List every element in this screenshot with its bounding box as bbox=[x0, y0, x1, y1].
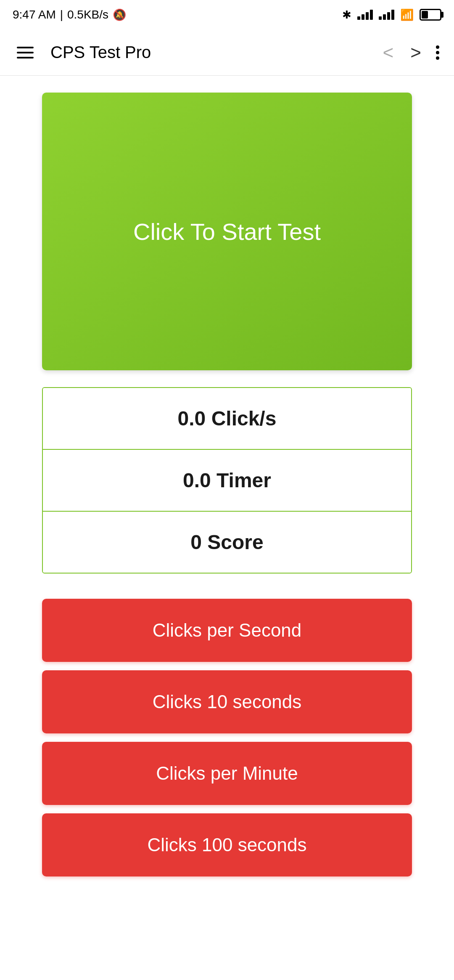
nav-actions: < > bbox=[379, 41, 441, 64]
time-display: 9:47 AM bbox=[13, 8, 56, 21]
status-bar-right: ✱ 📶 bbox=[342, 8, 441, 21]
signal-bars-2 bbox=[379, 10, 394, 20]
score-value: 0 Score bbox=[190, 531, 263, 554]
mode-buttons-container: Clicks per Second Clicks 10 seconds Clic… bbox=[42, 599, 412, 876]
clicks-per-minute-button[interactable]: Clicks per Minute bbox=[42, 742, 412, 805]
forward-button[interactable]: > bbox=[406, 41, 425, 64]
signal-bars-1 bbox=[357, 10, 373, 20]
battery-fill bbox=[422, 11, 428, 19]
click-area-label: Click To Start Test bbox=[133, 218, 321, 245]
separator: | bbox=[60, 8, 63, 21]
clicks-per-second-stat: 0.0 Click/s bbox=[43, 388, 411, 450]
clicks-per-second-button[interactable]: Clicks per Second bbox=[42, 599, 412, 662]
app-title: CPS Test Pro bbox=[50, 43, 366, 62]
network-speed: 0.5KB/s bbox=[67, 8, 108, 21]
app-bar: CPS Test Pro < > bbox=[0, 29, 454, 76]
back-button[interactable]: < bbox=[379, 41, 398, 64]
more-options-button[interactable] bbox=[434, 43, 441, 62]
status-bar-left: 9:47 AM | 0.5KB/s 🔕 bbox=[13, 8, 126, 21]
battery-indicator bbox=[420, 9, 441, 21]
timer-stat: 0.0 Timer bbox=[43, 450, 411, 512]
stats-box: 0.0 Click/s 0.0 Timer 0 Score bbox=[42, 387, 412, 574]
wifi-icon: 📶 bbox=[400, 8, 414, 21]
score-stat: 0 Score bbox=[43, 512, 411, 573]
timer-value: 0.0 Timer bbox=[183, 469, 271, 492]
clicks-per-second-value: 0.0 Click/s bbox=[178, 407, 277, 430]
status-bar: 9:47 AM | 0.5KB/s 🔕 ✱ 📶 bbox=[0, 0, 454, 29]
main-content: Click To Start Test 0.0 Click/s 0.0 Time… bbox=[0, 76, 454, 893]
bluetooth-icon: ✱ bbox=[342, 8, 351, 21]
notification-mute-icon: 🔕 bbox=[113, 8, 126, 21]
click-to-start-button[interactable]: Click To Start Test bbox=[42, 93, 412, 370]
clicks-10-seconds-button[interactable]: Clicks 10 seconds bbox=[42, 670, 412, 733]
clicks-100-seconds-button[interactable]: Clicks 100 seconds bbox=[42, 813, 412, 876]
battery-tip bbox=[441, 12, 443, 18]
hamburger-menu-button[interactable] bbox=[13, 42, 38, 63]
